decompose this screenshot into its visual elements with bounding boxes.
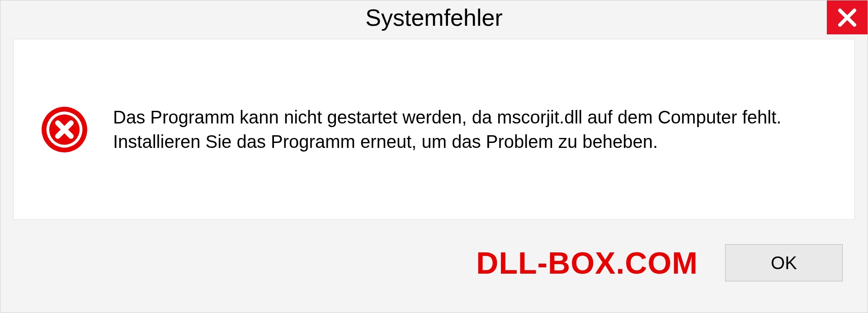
ok-button[interactable]: OK [725,244,843,281]
error-message: Das Programm kann nicht gestartet werden… [113,105,827,154]
footer-bar: DLL-BOX.COM OK [0,227,868,313]
watermark-text: DLL-BOX.COM [476,245,698,280]
close-icon [836,7,858,28]
dialog-title: Systemfehler [365,4,502,31]
error-icon [41,106,88,153]
content-panel: Das Programm kann nicht gestartet werden… [13,39,855,220]
close-button[interactable] [827,0,868,34]
title-bar: Systemfehler [0,0,868,34]
error-dialog: Systemfehler Das Programm kann nicht ges… [0,0,868,313]
